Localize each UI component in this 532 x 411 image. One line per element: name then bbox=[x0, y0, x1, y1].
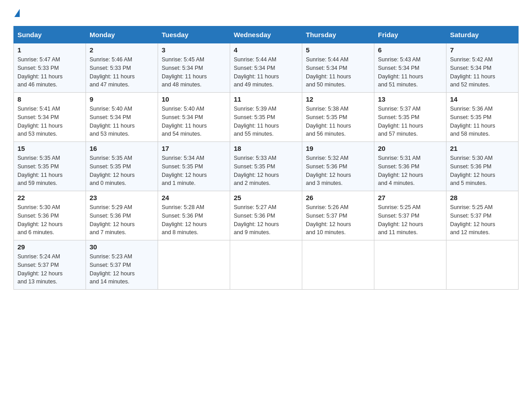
calendar-cell: 17 Sunrise: 5:34 AMSunset: 5:35 PMDaylig… bbox=[158, 142, 230, 191]
calendar-cell: 29 Sunrise: 5:24 AMSunset: 5:37 PMDaylig… bbox=[14, 240, 86, 290]
header-thursday: Thursday bbox=[302, 26, 374, 43]
header-friday: Friday bbox=[374, 26, 446, 43]
day-number: 18 bbox=[234, 145, 298, 152]
header-tuesday: Tuesday bbox=[158, 26, 230, 43]
page-header bbox=[13, 9, 519, 17]
calendar-table: SundayMondayTuesdayWednesdayThursdayFrid… bbox=[13, 26, 519, 290]
calendar-cell: 3 Sunrise: 5:45 AMSunset: 5:34 PMDayligh… bbox=[158, 43, 230, 93]
calendar-cell: 14 Sunrise: 5:36 AMSunset: 5:35 PMDaylig… bbox=[446, 93, 519, 142]
day-info: Sunrise: 5:29 AMSunset: 5:36 PMDaylight:… bbox=[90, 204, 135, 235]
calendar-cell: 11 Sunrise: 5:39 AMSunset: 5:35 PMDaylig… bbox=[230, 93, 302, 142]
day-number: 28 bbox=[450, 194, 515, 201]
calendar-cell: 13 Sunrise: 5:37 AMSunset: 5:35 PMDaylig… bbox=[374, 93, 446, 142]
day-number: 6 bbox=[378, 46, 442, 54]
calendar-cell bbox=[374, 240, 446, 290]
day-info: Sunrise: 5:23 AMSunset: 5:37 PMDaylight:… bbox=[90, 253, 135, 285]
day-number: 27 bbox=[378, 194, 442, 201]
calendar-cell: 1 Sunrise: 5:47 AMSunset: 5:33 PMDayligh… bbox=[14, 43, 86, 93]
calendar-cell: 12 Sunrise: 5:38 AMSunset: 5:35 PMDaylig… bbox=[302, 93, 374, 142]
day-info: Sunrise: 5:35 AMSunset: 5:35 PMDaylight:… bbox=[90, 155, 135, 186]
day-number: 13 bbox=[378, 95, 442, 103]
day-info: Sunrise: 5:30 AMSunset: 5:36 PMDaylight:… bbox=[17, 204, 63, 235]
day-number: 1 bbox=[17, 46, 82, 54]
day-number: 3 bbox=[162, 46, 226, 54]
day-number: 2 bbox=[90, 46, 154, 54]
day-number: 14 bbox=[450, 95, 515, 103]
calendar-cell: 21 Sunrise: 5:30 AMSunset: 5:36 PMDaylig… bbox=[446, 142, 519, 191]
day-number: 23 bbox=[90, 194, 154, 201]
calendar-cell bbox=[230, 240, 302, 290]
week-row-5: 29 Sunrise: 5:24 AMSunset: 5:37 PMDaylig… bbox=[14, 240, 519, 290]
calendar-cell: 4 Sunrise: 5:44 AMSunset: 5:34 PMDayligh… bbox=[230, 43, 302, 93]
day-number: 7 bbox=[450, 46, 515, 54]
week-row-3: 15 Sunrise: 5:35 AMSunset: 5:35 PMDaylig… bbox=[14, 142, 519, 191]
day-info: Sunrise: 5:43 AMSunset: 5:34 PMDaylight:… bbox=[378, 56, 423, 88]
calendar-cell: 10 Sunrise: 5:40 AMSunset: 5:34 PMDaylig… bbox=[158, 93, 230, 142]
calendar-cell: 23 Sunrise: 5:29 AMSunset: 5:36 PMDaylig… bbox=[86, 191, 158, 240]
day-number: 5 bbox=[306, 46, 370, 54]
day-info: Sunrise: 5:41 AMSunset: 5:34 PMDaylight:… bbox=[17, 106, 63, 137]
calendar-cell: 20 Sunrise: 5:31 AMSunset: 5:36 PMDaylig… bbox=[374, 142, 446, 191]
calendar-header-row: SundayMondayTuesdayWednesdayThursdayFrid… bbox=[14, 26, 519, 43]
day-info: Sunrise: 5:34 AMSunset: 5:35 PMDaylight:… bbox=[162, 155, 207, 186]
calendar-cell bbox=[302, 240, 374, 290]
day-number: 30 bbox=[90, 243, 154, 251]
day-info: Sunrise: 5:25 AMSunset: 5:37 PMDaylight:… bbox=[450, 204, 495, 235]
day-info: Sunrise: 5:40 AMSunset: 5:34 PMDaylight:… bbox=[90, 106, 135, 137]
header-wednesday: Wednesday bbox=[230, 26, 302, 43]
day-info: Sunrise: 5:35 AMSunset: 5:35 PMDaylight:… bbox=[17, 155, 63, 186]
day-info: Sunrise: 5:32 AMSunset: 5:36 PMDaylight:… bbox=[306, 155, 351, 186]
calendar-cell: 25 Sunrise: 5:27 AMSunset: 5:36 PMDaylig… bbox=[230, 191, 302, 240]
day-number: 15 bbox=[17, 145, 82, 152]
calendar-cell: 26 Sunrise: 5:26 AMSunset: 5:37 PMDaylig… bbox=[302, 191, 374, 240]
day-number: 17 bbox=[162, 145, 226, 152]
header-monday: Monday bbox=[86, 26, 158, 43]
header-sunday: Sunday bbox=[14, 26, 86, 43]
day-number: 29 bbox=[17, 243, 82, 251]
day-info: Sunrise: 5:33 AMSunset: 5:35 PMDaylight:… bbox=[234, 155, 279, 186]
calendar-cell: 24 Sunrise: 5:28 AMSunset: 5:36 PMDaylig… bbox=[158, 191, 230, 240]
calendar-cell: 6 Sunrise: 5:43 AMSunset: 5:34 PMDayligh… bbox=[374, 43, 446, 93]
calendar-cell: 8 Sunrise: 5:41 AMSunset: 5:34 PMDayligh… bbox=[14, 93, 86, 142]
calendar-cell bbox=[446, 240, 519, 290]
day-info: Sunrise: 5:26 AMSunset: 5:37 PMDaylight:… bbox=[306, 204, 351, 235]
day-number: 21 bbox=[450, 145, 515, 152]
calendar-cell: 2 Sunrise: 5:46 AMSunset: 5:33 PMDayligh… bbox=[86, 43, 158, 93]
day-number: 19 bbox=[306, 145, 370, 152]
week-row-2: 8 Sunrise: 5:41 AMSunset: 5:34 PMDayligh… bbox=[14, 93, 519, 142]
day-info: Sunrise: 5:31 AMSunset: 5:36 PMDaylight:… bbox=[378, 155, 423, 186]
day-info: Sunrise: 5:45 AMSunset: 5:34 PMDaylight:… bbox=[162, 56, 207, 88]
day-info: Sunrise: 5:47 AMSunset: 5:33 PMDaylight:… bbox=[17, 56, 63, 88]
logo bbox=[13, 9, 20, 17]
day-info: Sunrise: 5:38 AMSunset: 5:35 PMDaylight:… bbox=[306, 106, 351, 137]
day-number: 10 bbox=[162, 95, 226, 103]
day-info: Sunrise: 5:24 AMSunset: 5:37 PMDaylight:… bbox=[17, 253, 63, 285]
week-row-1: 1 Sunrise: 5:47 AMSunset: 5:33 PMDayligh… bbox=[14, 43, 519, 93]
day-number: 20 bbox=[378, 145, 442, 152]
day-info: Sunrise: 5:39 AMSunset: 5:35 PMDaylight:… bbox=[234, 106, 279, 137]
day-number: 8 bbox=[17, 95, 82, 103]
day-info: Sunrise: 5:44 AMSunset: 5:34 PMDaylight:… bbox=[234, 56, 279, 88]
day-number: 16 bbox=[90, 145, 154, 152]
day-info: Sunrise: 5:36 AMSunset: 5:35 PMDaylight:… bbox=[450, 106, 495, 137]
calendar-cell: 18 Sunrise: 5:33 AMSunset: 5:35 PMDaylig… bbox=[230, 142, 302, 191]
day-number: 25 bbox=[234, 194, 298, 201]
day-info: Sunrise: 5:25 AMSunset: 5:37 PMDaylight:… bbox=[378, 204, 423, 235]
day-info: Sunrise: 5:37 AMSunset: 5:35 PMDaylight:… bbox=[378, 106, 423, 137]
calendar-cell: 30 Sunrise: 5:23 AMSunset: 5:37 PMDaylig… bbox=[86, 240, 158, 290]
calendar-cell: 15 Sunrise: 5:35 AMSunset: 5:35 PMDaylig… bbox=[14, 142, 86, 191]
calendar-cell: 19 Sunrise: 5:32 AMSunset: 5:36 PMDaylig… bbox=[302, 142, 374, 191]
calendar-cell: 9 Sunrise: 5:40 AMSunset: 5:34 PMDayligh… bbox=[86, 93, 158, 142]
header-saturday: Saturday bbox=[446, 26, 519, 43]
day-number: 26 bbox=[306, 194, 370, 201]
day-info: Sunrise: 5:27 AMSunset: 5:36 PMDaylight:… bbox=[234, 204, 279, 235]
day-number: 12 bbox=[306, 95, 370, 103]
day-info: Sunrise: 5:44 AMSunset: 5:34 PMDaylight:… bbox=[306, 56, 351, 88]
day-number: 9 bbox=[90, 95, 154, 103]
calendar-cell: 22 Sunrise: 5:30 AMSunset: 5:36 PMDaylig… bbox=[14, 191, 86, 240]
calendar-cell: 16 Sunrise: 5:35 AMSunset: 5:35 PMDaylig… bbox=[86, 142, 158, 191]
calendar-cell: 28 Sunrise: 5:25 AMSunset: 5:37 PMDaylig… bbox=[446, 191, 519, 240]
calendar-cell: 27 Sunrise: 5:25 AMSunset: 5:37 PMDaylig… bbox=[374, 191, 446, 240]
day-info: Sunrise: 5:40 AMSunset: 5:34 PMDaylight:… bbox=[162, 106, 207, 137]
day-number: 22 bbox=[17, 194, 82, 201]
